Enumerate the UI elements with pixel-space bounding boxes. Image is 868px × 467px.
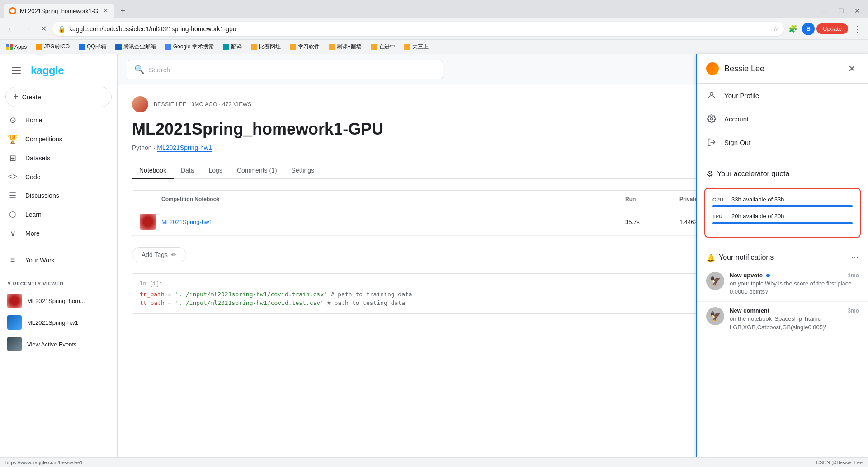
sidebar-item-discussions[interactable]: ☰ Discussions: [0, 186, 112, 205]
sidebar-item-competitions[interactable]: 🏆 Competitions: [0, 130, 112, 149]
tab-logs[interactable]: Logs: [202, 162, 230, 179]
notification-0: 🦅 New upvote 1mo on your topic Why is th…: [697, 266, 868, 301]
notifications-title: 🔔 Your notifications: [706, 253, 774, 262]
maximize-button[interactable]: ☐: [834, 4, 848, 18]
sidebar-item-code[interactable]: <> Code: [0, 168, 112, 186]
tpu-progress-fill: [712, 222, 853, 224]
forward-button[interactable]: →: [20, 22, 34, 36]
create-button[interactable]: + Create: [5, 87, 112, 107]
sidebar-item-home[interactable]: ⊙ Home: [0, 111, 112, 130]
td-thumb: [132, 208, 154, 235]
sidebar-item-learn[interactable]: ⬡ Learn: [0, 205, 112, 224]
competitions-icon: 🏆: [7, 134, 18, 144]
accelerator-section: ⚙ Your accelerator quota: [697, 162, 868, 188]
notif-avatar-bird-1: 🦅: [706, 307, 724, 325]
address-bar[interactable]: 🔒 kaggle.com/code/bessielee1/ml2021sprin…: [52, 22, 784, 36]
menu-button[interactable]: ⋮: [850, 22, 864, 36]
url-text: kaggle.com/code/bessielee1/ml2021spring-…: [69, 25, 236, 33]
tab-favicon: [9, 7, 16, 14]
active-tab[interactable]: ML2021Spring_homework1-G ✕: [4, 4, 114, 18]
extensions-button[interactable]: 🧩: [786, 22, 800, 36]
recent-thumb-notebook: [7, 315, 22, 330]
notifications-more-button[interactable]: ⋯: [851, 252, 859, 262]
create-label: Create: [22, 93, 41, 101]
recent-item-2[interactable]: View Active Events: [0, 333, 117, 355]
tab-comments[interactable]: Comments (1): [230, 162, 284, 179]
learn-icon: ⬡: [7, 210, 18, 219]
minimize-button[interactable]: ─: [817, 4, 832, 18]
tab-close-button[interactable]: ✕: [102, 7, 109, 14]
update-button[interactable]: Update: [816, 23, 848, 34]
dropdown-close-button[interactable]: ✕: [844, 61, 859, 76]
notification-1: 🦅 New comment 3mo on the notebook 'Space…: [697, 301, 868, 336]
expand-icon: ∨: [7, 280, 11, 286]
bookmark-race[interactable]: 比赛网址: [248, 42, 283, 51]
account-icon: [706, 113, 717, 124]
hamburger-menu[interactable]: [7, 61, 25, 79]
tab-title: ML2021Spring_homework1-G: [20, 8, 98, 14]
accelerator-icon: ⚙: [706, 169, 713, 179]
bookmark-translate[interactable]: 翻译: [220, 42, 245, 51]
bookmark-qq[interactable]: QQ邮箱: [76, 42, 109, 51]
signout-icon: [706, 137, 717, 148]
notif-type-0: New upvote 1mo: [730, 272, 859, 279]
search-icon: 🔍: [134, 65, 144, 75]
scholar-label: Google 学术搜索: [173, 43, 214, 51]
sidebar-item-label: Datasets: [25, 154, 50, 162]
datasets-icon: ⊞: [7, 153, 18, 163]
sidebar-item-label: Code: [25, 173, 40, 181]
menu-account-label: Account: [724, 115, 749, 123]
status-bar: https://www.kaggle.com/bessielee1 CSDN @…: [0, 457, 868, 467]
window-close-button[interactable]: ✕: [850, 4, 864, 18]
notif-time-1: 3mo: [848, 308, 859, 314]
author-meta: BESSIE LEE · 3MO AGO · 472 VIEWS: [154, 101, 251, 107]
recent-label: ML2021Spring_hom...: [27, 298, 85, 304]
tpu-label: TPU: [712, 214, 726, 219]
lock-icon: 🔒: [58, 25, 66, 33]
recent-item-0[interactable]: ML2021Spring_hom...: [0, 290, 117, 312]
reload-button[interactable]: ✕: [36, 22, 51, 36]
bookmark-brush[interactable]: 刷课+翻墙: [326, 42, 364, 51]
new-tab-button[interactable]: +: [116, 5, 129, 17]
tab-notebook[interactable]: Notebook: [132, 162, 174, 179]
tpu-progress-bg: [712, 222, 853, 224]
year3-icon: [404, 44, 410, 50]
tab-data[interactable]: Data: [174, 162, 202, 179]
competition-link[interactable]: ML2021Spring-hw1: [157, 144, 212, 152]
bookmark-learning[interactable]: 学习软件: [287, 42, 322, 51]
sidebar-divider-2: [0, 273, 117, 273]
sidebar-item-datasets[interactable]: ⊞ Datasets: [0, 149, 112, 168]
gpu-progress-bg: [712, 205, 853, 207]
kaggle-logo[interactable]: kaggle: [31, 64, 64, 77]
bookmark-jpg[interactable]: JPG转ICO: [33, 42, 72, 51]
menu-item-account[interactable]: Account: [697, 107, 868, 131]
menu-item-signout[interactable]: Sign Out: [697, 131, 868, 154]
bookmark-apps[interactable]: Apps: [4, 43, 29, 51]
recent-item-1[interactable]: ML2021Spring-hw1: [0, 312, 117, 333]
search-input[interactable]: 🔍 Search: [127, 60, 443, 79]
back-button[interactable]: ←: [4, 22, 18, 36]
tencent-icon: [115, 44, 122, 50]
gpu-row: GPU 33h available of 33h: [712, 196, 853, 207]
sidebar-item-label: Learn: [25, 211, 42, 218]
qq-label: QQ邮箱: [87, 43, 106, 51]
star-icon[interactable]: ☆: [773, 25, 778, 33]
bookmark-tencent[interactable]: 腾讯企业邮箱: [113, 42, 159, 51]
gpu-value: 33h available of 33h: [731, 196, 784, 203]
menu-item-profile[interactable]: Your Profile: [697, 84, 868, 107]
row-thumbnail: [140, 214, 156, 230]
sidebar-item-label: Your Work: [25, 257, 55, 264]
notebook-row-link[interactable]: ML2021Spring-hw1: [161, 219, 212, 225]
bookmark-year3[interactable]: 大三上: [401, 42, 431, 51]
your-work-icon: ≡: [7, 255, 18, 265]
add-tags-button[interactable]: Add Tags ✏: [132, 247, 186, 262]
bookmark-inprogress[interactable]: 在进中: [368, 42, 398, 51]
sidebar-item-more[interactable]: ∨ More: [0, 224, 112, 243]
sidebar-item-your-work[interactable]: ≡ Your Work: [0, 251, 112, 269]
bookmark-scholar[interactable]: Google 学术搜索: [162, 42, 217, 51]
tab-settings[interactable]: Settings: [284, 162, 322, 179]
footer-watermark: CSDN @Bessie_Lee: [816, 460, 863, 465]
views-count: 472 VIEWS: [222, 101, 252, 107]
profile-button[interactable]: B: [802, 23, 815, 35]
home-icon: ⊙: [7, 115, 18, 125]
